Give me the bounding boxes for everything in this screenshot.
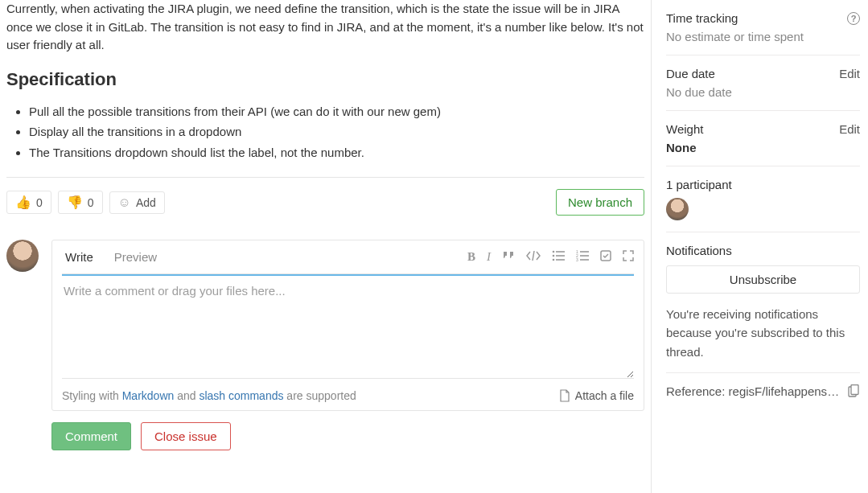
bold-icon[interactable]: B bbox=[467, 250, 475, 264]
svg-point-0 bbox=[553, 251, 555, 253]
thumbs-up-button[interactable]: 👍 0 bbox=[6, 191, 51, 214]
svg-rect-9 bbox=[580, 255, 589, 257]
numbered-list-icon[interactable]: 123 bbox=[576, 250, 589, 264]
spec-heading: Specification bbox=[6, 69, 644, 90]
comment-editor: Write Preview B I bbox=[51, 240, 644, 411]
tab-write[interactable]: Write bbox=[62, 242, 97, 272]
markdown-link[interactable]: Markdown bbox=[122, 389, 175, 402]
thumbs-down-icon: 👎 bbox=[67, 195, 83, 210]
weight-edit[interactable]: Edit bbox=[839, 122, 860, 136]
reference-label: Reference: regisF/lifehappens.t… bbox=[666, 384, 841, 398]
participant-avatar[interactable] bbox=[666, 198, 689, 220]
markdown-hint: Styling with Markdown and slash commands… bbox=[62, 389, 356, 402]
smiley-icon: ☺ bbox=[118, 195, 131, 210]
quote-icon[interactable] bbox=[502, 250, 515, 264]
spec-item: Display all the transitions in a dropdow… bbox=[29, 121, 644, 142]
time-tracking-value: No estimate or time spent bbox=[666, 30, 860, 43]
unsubscribe-button[interactable]: Unsubscribe bbox=[666, 265, 860, 294]
divider bbox=[6, 177, 644, 178]
avatar bbox=[6, 240, 39, 272]
add-reaction-button[interactable]: ☺ Add bbox=[109, 191, 165, 214]
attach-file-button[interactable]: Attach a file bbox=[559, 389, 634, 402]
new-branch-button[interactable]: New branch bbox=[556, 189, 644, 216]
time-tracking-label: Time tracking bbox=[666, 11, 738, 25]
spec-item: The Transitions dropdown should list the… bbox=[29, 142, 644, 163]
weight-value: None bbox=[666, 141, 860, 154]
thumbs-up-count: 0 bbox=[36, 196, 43, 209]
weight-label: Weight bbox=[666, 122, 703, 136]
bullet-list-icon[interactable] bbox=[552, 250, 565, 264]
thumbs-down-button[interactable]: 👎 0 bbox=[58, 191, 103, 214]
svg-point-2 bbox=[553, 255, 555, 257]
notifications-note: You're receiving notifications because y… bbox=[666, 305, 860, 361]
fullscreen-icon[interactable] bbox=[623, 250, 634, 264]
task-list-icon[interactable] bbox=[600, 250, 611, 264]
comment-button[interactable]: Comment bbox=[51, 422, 131, 450]
svg-rect-1 bbox=[556, 251, 565, 253]
due-date-edit[interactable]: Edit bbox=[839, 67, 860, 80]
italic-icon[interactable]: I bbox=[487, 250, 491, 264]
svg-rect-14 bbox=[851, 385, 858, 395]
svg-rect-11 bbox=[580, 259, 589, 261]
thumbs-up-icon: 👍 bbox=[15, 195, 31, 210]
close-issue-button[interactable]: Close issue bbox=[141, 422, 231, 450]
notifications-label: Notifications bbox=[666, 244, 860, 257]
code-icon[interactable] bbox=[526, 250, 541, 264]
slash-commands-link[interactable]: slash commands bbox=[199, 389, 283, 402]
issue-description: Currently, when activating the JIRA plug… bbox=[6, 0, 644, 55]
spec-item: Pull all the possible transitions from t… bbox=[29, 101, 644, 122]
help-icon[interactable]: ? bbox=[847, 12, 860, 25]
svg-rect-3 bbox=[556, 255, 565, 257]
due-date-label: Due date bbox=[666, 67, 715, 80]
file-icon bbox=[559, 389, 570, 402]
svg-point-4 bbox=[553, 259, 555, 261]
tab-preview[interactable]: Preview bbox=[111, 242, 160, 272]
comment-textarea[interactable] bbox=[62, 274, 634, 379]
due-date-value: No due date bbox=[666, 85, 860, 99]
add-reaction-label: Add bbox=[136, 196, 156, 209]
svg-text:3: 3 bbox=[576, 257, 578, 261]
svg-rect-5 bbox=[556, 259, 565, 261]
svg-rect-7 bbox=[580, 251, 589, 253]
participants-label: 1 participant bbox=[666, 178, 860, 191]
copy-icon[interactable] bbox=[848, 384, 860, 397]
thumbs-down-count: 0 bbox=[88, 196, 94, 209]
